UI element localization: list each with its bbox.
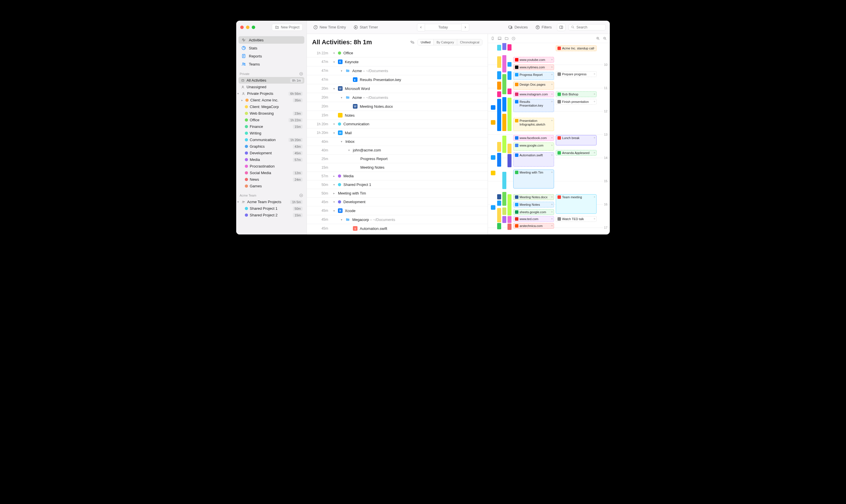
timeline-app-icon[interactable] xyxy=(491,120,496,125)
timeline-event[interactable]: Prepare progress report+ xyxy=(556,71,597,77)
sidebar-project-item[interactable]: Shared Project 1 50m xyxy=(238,205,304,212)
timeline-event[interactable]: Progress Report+ xyxy=(513,72,554,80)
tree-unassigned[interactable]: Unassigned xyxy=(238,84,304,90)
sidebar-project-item[interactable]: Client: MegaCorp xyxy=(238,104,304,110)
activity-row[interactable]: 50m ▸ Meeting with Tim xyxy=(307,189,488,198)
activity-row[interactable]: 15m Notes xyxy=(307,111,488,120)
timeline-strip[interactable] xyxy=(507,62,511,67)
start-timer-button[interactable]: Start Timer xyxy=(351,24,380,31)
timeline-event[interactable]: www.facebook.com+ xyxy=(513,135,554,141)
filters-button[interactable]: Filters xyxy=(533,24,554,31)
tree-private-projects[interactable]: ▾ Private Projects 6h 56m xyxy=(238,90,304,97)
timeline-strip[interactable] xyxy=(497,99,501,131)
sidebar-project-item[interactable]: Web Browsing 23m xyxy=(238,110,304,117)
search-input[interactable] xyxy=(576,25,603,29)
timeline-strip[interactable] xyxy=(497,71,501,79)
timeline-event[interactable]: Watch TED talk+ xyxy=(556,216,597,222)
timeline-event[interactable]: Design Doc.pages+ xyxy=(513,82,554,90)
timeline-strip[interactable] xyxy=(502,114,506,131)
next-day-button[interactable] xyxy=(461,23,469,31)
clock-icon[interactable] xyxy=(511,36,516,40)
sidebar-project-item[interactable]: Finance 15m xyxy=(238,123,304,130)
nav-stats[interactable]: Stats xyxy=(238,44,304,52)
sidebar-project-item[interactable]: Social Media 12m xyxy=(238,169,304,176)
timeline-strip[interactable] xyxy=(497,56,501,68)
timeline-event[interactable]: www.instagram.com+ xyxy=(513,91,554,97)
timeline-strip[interactable] xyxy=(497,82,501,90)
activity-row[interactable]: 50m ▾ Shared Project 1 xyxy=(307,180,488,189)
sidebar-project-item[interactable]: Media 57m xyxy=(238,156,304,163)
sidebar-project-item[interactable]: Shared Project 2 15m xyxy=(238,212,304,218)
timeline-strip[interactable] xyxy=(507,223,511,230)
phone-icon[interactable] xyxy=(491,36,494,40)
new-project-button[interactable]: New Project xyxy=(272,24,303,31)
timeline-strip[interactable] xyxy=(507,71,511,80)
timeline-event[interactable]: www.youtube.com+ xyxy=(513,57,554,62)
date-display[interactable]: Today xyxy=(425,24,461,31)
timeline-strip[interactable] xyxy=(502,97,506,111)
sidebar-project-item[interactable]: Graphics 43m xyxy=(238,143,304,150)
devices-button[interactable]: Devices xyxy=(506,24,530,31)
activity-row[interactable]: 40m ▾ john@acme.com xyxy=(307,146,488,155)
timeline-strip[interactable] xyxy=(497,45,501,51)
laptop-icon[interactable] xyxy=(498,36,502,40)
prev-day-button[interactable] xyxy=(417,23,425,31)
minimize-window-button[interactable] xyxy=(246,25,249,29)
sidebar-project-item[interactable]: Procrastination xyxy=(238,163,304,169)
switch-icon[interactable] xyxy=(410,40,415,44)
timeline-strip[interactable] xyxy=(507,144,511,154)
timeline-strip[interactable] xyxy=(507,89,511,94)
timeline-strip[interactable] xyxy=(497,91,501,97)
sidebar-project-item[interactable]: Communication 1h 20m xyxy=(238,137,304,143)
layout-toggle-button[interactable] xyxy=(557,23,565,31)
tree-all-activities[interactable]: All Activities 8h 1m xyxy=(238,77,304,84)
timeline-event[interactable]: Amanda Appleseed+ xyxy=(556,150,597,156)
timeline-event[interactable]: www.google.com+ xyxy=(513,143,554,150)
tab-unified[interactable]: Unified xyxy=(418,39,433,45)
sidebar-project-item[interactable]: Writing xyxy=(238,130,304,137)
timeline-event[interactable]: Automation.swift+ xyxy=(513,152,554,167)
timeline-event[interactable]: Meeting Notes.docx+ xyxy=(513,194,554,200)
close-window-button[interactable] xyxy=(240,25,244,29)
nav-teams[interactable]: Teams xyxy=(238,60,304,68)
timeline-event[interactable]: Results Presentation.key+ xyxy=(513,99,554,112)
timeline-strip[interactable] xyxy=(507,44,511,51)
nav-activities[interactable]: Activities xyxy=(238,36,304,44)
add-team-button[interactable] xyxy=(299,193,303,197)
timeline-app-icon[interactable] xyxy=(491,105,496,110)
activity-row[interactable]: 20m W Meeting Notes.docx xyxy=(307,102,488,111)
timeline-event[interactable]: sheets.google.com+ xyxy=(513,209,554,215)
tree-acme-projects[interactable]: ▾ Acme Team Projects 1h 5m xyxy=(238,199,304,205)
timeline-strip[interactable] xyxy=(507,194,511,216)
activity-row[interactable]: 1h 20m ▾ Communication xyxy=(307,120,488,128)
timeline-event[interactable]: Lunch break+ xyxy=(556,135,597,145)
timeline-strip[interactable] xyxy=(502,43,506,50)
search-field[interactable] xyxy=(569,24,606,31)
fullscreen-window-button[interactable] xyxy=(252,25,255,29)
timeline-event[interactable]: arstechnica.com+ xyxy=(513,223,554,229)
timeline-app-icon[interactable] xyxy=(491,171,496,175)
timeline-app-icon[interactable] xyxy=(491,155,496,160)
tab-by-category[interactable]: By Category xyxy=(433,39,457,45)
timeline-event[interactable]: Meeting Notes+ xyxy=(513,202,554,208)
timeline-event[interactable]: Finish presentation+ xyxy=(556,99,597,105)
sidebar-project-item[interactable]: News 24m xyxy=(238,176,304,183)
sidebar-project-item[interactable]: ▸ Client: Acme Inc. 35m xyxy=(238,97,304,104)
activity-row[interactable]: 45m ▾ Development xyxy=(307,198,488,206)
activity-row[interactable]: 1h 20m ▾ ✉ Mail xyxy=(307,128,488,137)
activity-row[interactable]: 25m Progress Report xyxy=(307,155,488,163)
folder-icon[interactable] xyxy=(505,36,509,40)
activity-row[interactable]: 1h 22m ▾ Office xyxy=(307,49,488,57)
timeline-event[interactable]: www.nytimes.com+ xyxy=(513,65,554,70)
timeline-strip[interactable] xyxy=(497,201,501,206)
timeline-strip[interactable] xyxy=(497,142,501,152)
activity-row[interactable]: 15m Meeting Notes xyxy=(307,163,488,172)
activity-row[interactable]: 57m ▸ Media xyxy=(307,172,488,180)
zoom-in-icon[interactable] xyxy=(596,36,600,40)
tab-chronological[interactable]: Chronological xyxy=(457,39,482,45)
activity-row[interactable]: 47m ⏵ Results Presentation.key xyxy=(307,75,488,84)
timeline-event[interactable]: Presentation Infographic.sketch+ xyxy=(513,118,554,131)
sidebar-project-item[interactable]: Development 45m xyxy=(238,150,304,156)
activity-row[interactable]: 47m ▾ K Keynote xyxy=(307,57,488,66)
timeline-event[interactable]: Bob Bishop+ xyxy=(556,91,597,97)
